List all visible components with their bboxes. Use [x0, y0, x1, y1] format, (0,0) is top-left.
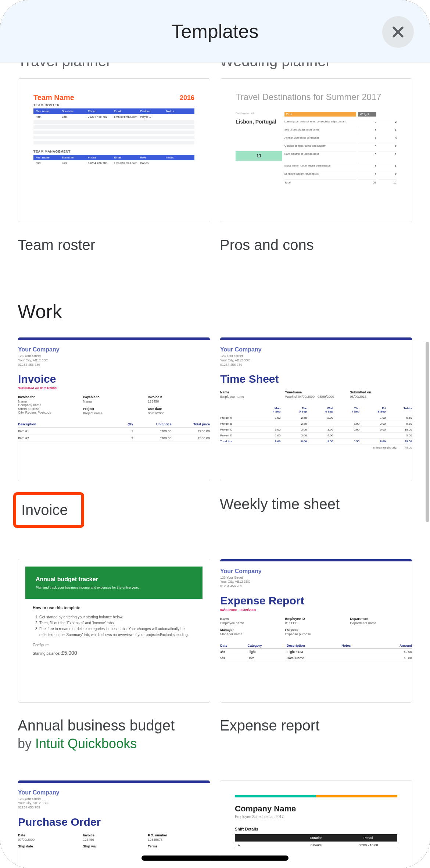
template-card-expense-report[interactable]: Your Company 123 Your Street Your City, …	[220, 559, 412, 703]
template-card-pros-cons[interactable]: Travel Destinations for Summer 2017 Dest…	[220, 78, 412, 222]
close-button[interactable]	[382, 16, 414, 48]
scrollbar-thumb[interactable]	[426, 342, 429, 522]
home-indicator[interactable]	[141, 856, 289, 861]
template-card-weekly-time-sheet[interactable]: Your Company 123 Your Street Your City, …	[220, 337, 412, 481]
template-card-invoice[interactable]: Your Company 123 Your Street Your City, …	[18, 337, 210, 481]
template-card-team-roster[interactable]: Team Name 2016 TEAM ROSTER First nameSur…	[18, 78, 210, 222]
template-card-purchase-order[interactable]: Your Company 123 Your Street Your City, …	[18, 780, 210, 868]
template-label-expense-report: Expense report	[220, 717, 412, 734]
template-label-invoice: Invoice	[13, 492, 84, 528]
roster-year: 2016	[180, 94, 194, 102]
section-heading-work: Work	[18, 300, 412, 322]
template-card-employee-schedule[interactable]: Company Name Employee Schedule Jan 2017 …	[220, 780, 412, 868]
template-label-weekly-time-sheet: Weekly time sheet	[220, 496, 412, 512]
template-byline: by Intuit Quickbooks	[18, 736, 210, 751]
roster-team-name: Team Name	[33, 93, 74, 102]
template-label-travel-planner: Travel planner	[18, 62, 210, 69]
byline-link-intuit[interactable]: Intuit Quickbooks	[35, 736, 137, 751]
page-title: Templates	[172, 20, 259, 42]
template-label-pros-cons: Pros and cons	[220, 237, 412, 253]
close-icon	[391, 25, 405, 39]
template-label-wedding-planner: Wedding planner	[220, 62, 412, 69]
template-label-team-roster: Team roster	[18, 237, 210, 253]
template-card-annual-business-budget[interactable]: Annual budget tracker Plan and track you…	[18, 559, 210, 703]
templates-scroll-area[interactable]: Travel planner Wedding planner Team Name…	[0, 62, 430, 868]
modal-header: Templates	[0, 0, 430, 62]
template-label-annual-business-budget: Annual business budget	[18, 717, 210, 734]
